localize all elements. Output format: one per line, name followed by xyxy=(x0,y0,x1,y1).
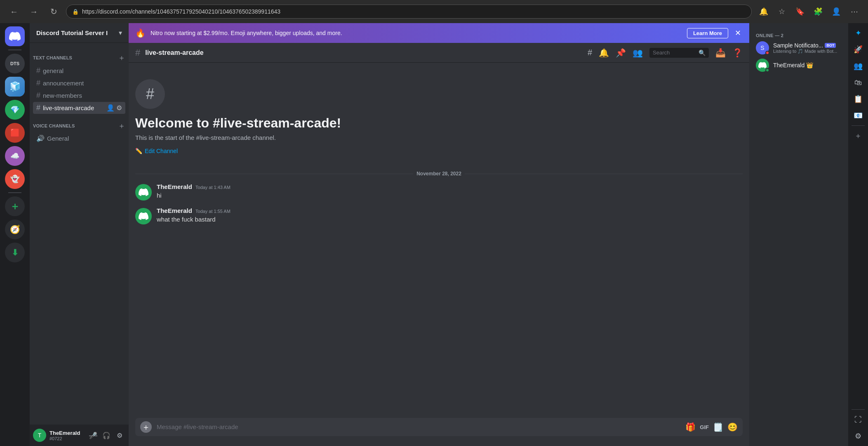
pinned-messages-button[interactable]: 📌 xyxy=(616,48,626,58)
add-member-channel-icon[interactable]: 👤 xyxy=(106,104,115,112)
notifications-button[interactable]: 🔔 xyxy=(599,48,609,58)
voice-channel-name-general: General xyxy=(47,135,69,142)
server-icon-ghost-red[interactable]: 👻 xyxy=(5,169,25,189)
nitro-close-button[interactable]: ✕ xyxy=(733,27,743,39)
back-button[interactable]: ← xyxy=(7,4,21,19)
gif-button[interactable]: GIF xyxy=(700,424,709,430)
browser-right-icons: 🔔 ☆ 🔖 🧩 👤 ⋯ xyxy=(757,5,861,19)
message-content-1: TheEmerald Today at 1:43 AM hi xyxy=(157,183,743,200)
search-placeholder: Search xyxy=(653,50,696,56)
message-input-box: ＋ 🎁 GIF 🗒️ 😊 xyxy=(135,418,743,436)
server-header[interactable]: Discord Tutorial Server I ▾ xyxy=(30,23,129,43)
channel-item-new-members[interactable]: # new-members xyxy=(33,90,125,101)
message-avatar-2 xyxy=(135,208,152,224)
office-button[interactable]: 📋 xyxy=(852,92,865,106)
bot-badge-sample-notificato: BOT xyxy=(825,43,836,48)
message-group-2: TheEmerald Today at 1:55 AM what the fuc… xyxy=(135,207,743,224)
member-status-dot-sample-notificato xyxy=(765,51,769,55)
server-icon-discord-home[interactable] xyxy=(5,26,25,46)
browser-notifications-icon[interactable]: 🔔 xyxy=(757,5,771,19)
browser-star-icon[interactable]: ☆ xyxy=(775,5,789,19)
channel-item-general[interactable]: # general xyxy=(33,65,125,77)
fullscreen-button[interactable]: ⛶ xyxy=(852,413,865,426)
message-header-2: TheEmerald Today at 1:55 AM xyxy=(157,207,743,214)
channel-item-announcement[interactable]: # announcement xyxy=(33,77,125,89)
user-tag: #0722 xyxy=(49,436,84,441)
user-avatar: T xyxy=(33,429,46,442)
browser-chrome: ← → ↻ 🔒 https://discord.com/channels/104… xyxy=(0,0,868,23)
discover-button[interactable]: ✦ xyxy=(852,26,865,40)
text-channels-category[interactable]: TEXT CHANNELS ＋ xyxy=(30,46,129,64)
browser-menu-icon[interactable]: ⋯ xyxy=(847,5,861,19)
channel-welcome: # Welcome to #live-stream-arcade! This i… xyxy=(135,63,743,163)
shop-button[interactable]: 🛍 xyxy=(852,76,865,89)
member-info-theemerald: TheEmerald 👑 xyxy=(773,62,842,68)
discord-logo-icon xyxy=(9,31,21,42)
server-icon-green-gem[interactable]: 💎 xyxy=(5,100,25,120)
deafen-button[interactable]: 🎧 xyxy=(101,429,112,441)
settings-channel-icon[interactable]: ⚙ xyxy=(116,104,122,112)
message-content-2: TheEmerald Today at 1:55 AM what the fuc… xyxy=(157,207,743,224)
voice-channel-general[interactable]: 🔊 General xyxy=(33,133,125,144)
messages-area[interactable]: # Welcome to #live-stream-arcade! This i… xyxy=(129,63,749,418)
gift-button[interactable]: 🎁 xyxy=(685,422,696,432)
channel-name-new-members: new-members xyxy=(43,92,82,99)
mute-button[interactable]: 🎤 xyxy=(87,429,99,441)
user-settings-button[interactable]: ⚙ xyxy=(114,429,125,441)
server-icon-add-server[interactable]: ＋ xyxy=(5,196,25,216)
members-list-button[interactable]: 👥 xyxy=(633,48,643,58)
server-icon-dts[interactable]: DTS xyxy=(5,54,25,73)
forward-button[interactable]: → xyxy=(26,4,41,19)
discord-member-icon xyxy=(758,61,767,69)
channel-list: TEXT CHANNELS ＋ # general # announcement… xyxy=(30,43,129,425)
server-icon-download[interactable]: ⬇ xyxy=(5,243,25,262)
date-divider-text: November 28, 2022 xyxy=(416,171,461,177)
hash-icon-announcement: # xyxy=(36,79,40,87)
emoji-button[interactable]: 😊 xyxy=(727,422,738,432)
server-icon-red-square[interactable]: 🟥 xyxy=(5,123,25,143)
learn-more-button[interactable]: Learn More xyxy=(687,28,728,38)
add-text-channel-button[interactable]: ＋ xyxy=(118,53,125,63)
server-divider-2 xyxy=(8,192,21,193)
message-input-area: ＋ 🎁 GIF 🗒️ 😊 xyxy=(129,418,749,446)
voice-channels-category[interactable]: VOICE CHANNELS ＋ xyxy=(30,114,129,132)
user-panel: T TheEmerald #0722 🎤 🎧 ⚙ xyxy=(30,425,129,446)
nitro-right-button[interactable]: 🚀 xyxy=(852,43,865,56)
right-panel: ✦ 🚀 👥 🛍 📋 📧 ＋ ⛶ ⚙ xyxy=(848,23,868,446)
server-icon-blue-char[interactable]: 🧊 xyxy=(5,77,25,97)
message-timestamp-2: Today at 1:55 AM xyxy=(195,209,231,214)
add-voice-channel-button[interactable]: ＋ xyxy=(118,121,125,131)
address-bar[interactable]: 🔒 https://discord.com/channels/104637571… xyxy=(66,5,752,19)
text-channels-label: TEXT CHANNELS xyxy=(33,55,72,60)
inbox-button[interactable]: 📥 xyxy=(715,48,726,58)
channel-welcome-icon: # xyxy=(135,79,165,109)
add-apps-button[interactable]: ＋ xyxy=(852,129,865,142)
browser-bookmark-icon[interactable]: 🔖 xyxy=(793,5,807,19)
friends-button[interactable]: 👥 xyxy=(852,59,865,73)
browser-profile-icon[interactable]: 👤 xyxy=(829,5,843,19)
member-name-sample-notificato: Sample Notificato... xyxy=(773,42,823,49)
member-status-dot-theemerald xyxy=(765,68,769,72)
lock-icon: 🔒 xyxy=(72,9,79,15)
help-button[interactable]: ❓ xyxy=(732,48,743,58)
member-item-theemerald[interactable]: TheEmerald 👑 xyxy=(753,57,845,73)
channel-item-live-stream-arcade[interactable]: # live-stream-arcade 👤 ⚙ xyxy=(33,102,125,114)
member-avatar-theemerald xyxy=(756,59,769,72)
message-input-field[interactable] xyxy=(157,418,680,436)
threads-button[interactable]: # xyxy=(588,48,592,57)
server-icon-cloud-purple[interactable]: ☁️ xyxy=(5,146,25,166)
settings-right-button[interactable]: ⚙ xyxy=(852,429,865,443)
browser-extensions-icon[interactable]: 🧩 xyxy=(811,5,825,19)
search-bar[interactable]: Search 🔍 xyxy=(649,48,709,58)
member-item-sample-notificato[interactable]: S Sample Notificato... BOT Listening to … xyxy=(753,40,845,56)
server-icon-compass[interactable]: 🧭 xyxy=(5,219,25,239)
edit-channel-button[interactable]: ✏️ Edit Channel xyxy=(135,148,178,154)
user-controls: 🎤 🎧 ⚙ xyxy=(87,429,125,441)
voice-channels-label: VOICE CHANNELS xyxy=(33,123,75,128)
sticker-button[interactable]: 🗒️ xyxy=(713,422,723,432)
channel-header-name: live-stream-arcade xyxy=(145,49,583,57)
refresh-button[interactable]: ↻ xyxy=(46,4,61,19)
outlook-button[interactable]: 📧 xyxy=(852,109,865,122)
nitro-text: Nitro now starting at $2.99/mo. Emoji an… xyxy=(151,30,682,36)
attach-file-button[interactable]: ＋ xyxy=(140,421,152,433)
